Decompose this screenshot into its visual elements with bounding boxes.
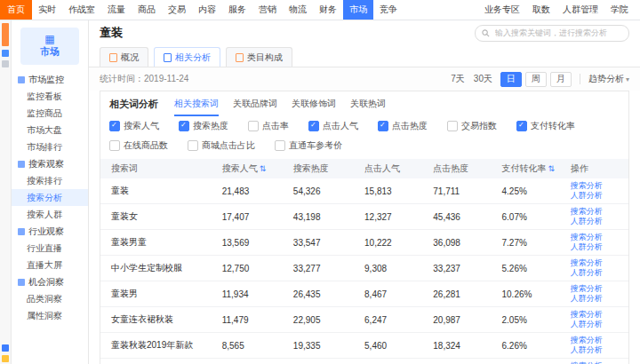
dock-bottom-blue-icon[interactable]	[2, 344, 9, 352]
actions-cell: 搜索分析人群分析	[565, 307, 628, 333]
keyword-cell: 童装	[100, 178, 217, 204]
metric-checkbox-item[interactable]: 商城点击占比	[188, 139, 255, 152]
metric-checkbox-item[interactable]: 搜索人气	[109, 120, 159, 132]
nav-item[interactable]: 实时	[32, 0, 62, 20]
sidebar-menu: 市场监控监控看板监控商品市场大盘市场排行搜索观察搜索排行搜索分析搜索人群行业观察…	[12, 71, 88, 324]
metric-checkbox-item[interactable]: 点击人气	[308, 120, 358, 132]
value-cell: 8,467	[359, 281, 428, 307]
checkbox-checked-icon[interactable]	[179, 121, 189, 131]
metric-checkbox-item[interactable]: 直通车参考价	[275, 139, 342, 152]
sidebar-item[interactable]: 市场排行	[12, 138, 88, 155]
range-button[interactable]: 7天	[448, 72, 468, 86]
value-cell: 22,905	[288, 307, 359, 333]
sort-icon[interactable]: ⇅	[548, 164, 555, 173]
keyword-searchbox[interactable]	[475, 25, 629, 42]
granularity-button[interactable]: 日	[500, 72, 522, 87]
nav-item[interactable]: 取数	[526, 0, 556, 20]
tab[interactable]: 类目构成	[226, 47, 292, 67]
nav-item[interactable]: 竞争	[373, 0, 404, 20]
sidebar-item[interactable]: 直播大屏	[12, 257, 88, 273]
home-logo[interactable]: 首页	[0, 0, 32, 20]
action-link[interactable]: 搜索分析	[571, 181, 623, 191]
search-input[interactable]	[493, 28, 622, 38]
word-subtab[interactable]: 关联品牌词	[233, 91, 277, 116]
checkbox-unchecked-icon[interactable]	[109, 140, 120, 151]
metric-checkbox-item[interactable]: 点击热度	[378, 120, 428, 132]
module-market-button[interactable]: ▦ 市场	[20, 28, 79, 65]
sidebar-item[interactable]: 市场大盘	[12, 122, 88, 138]
action-link[interactable]: 人群分析	[571, 320, 623, 329]
dock-gray-icon[interactable]	[2, 60, 9, 67]
value-cell: 12,327	[359, 204, 428, 230]
checkbox-unchecked-icon[interactable]	[275, 140, 285, 151]
search-icon	[482, 29, 490, 37]
checkbox-checked-icon[interactable]	[308, 121, 319, 131]
nav-item[interactable]: 作战室	[62, 0, 101, 20]
checkbox-unchecked-icon[interactable]	[188, 140, 198, 151]
granularity-button[interactable]: 月	[550, 72, 572, 87]
action-link[interactable]: 人群分析	[571, 294, 623, 304]
nav-item[interactable]: 营销	[252, 0, 283, 20]
sidebar-item[interactable]: 品类洞察	[12, 290, 88, 307]
nav-item[interactable]: 财务	[313, 0, 343, 20]
metric-checkbox-item[interactable]: 交易指数	[447, 120, 497, 132]
metric-checkbox-item[interactable]: 搜索热度	[179, 120, 228, 132]
sidebar-item[interactable]: 市场监控	[12, 71, 88, 88]
action-link[interactable]: 搜索分析	[571, 258, 623, 268]
nav-item[interactable]: 商品	[132, 0, 162, 20]
action-link[interactable]: 搜索分析	[571, 233, 623, 242]
tab[interactable]: 概况	[100, 47, 148, 67]
sidebar-item[interactable]: 行业直播	[12, 240, 88, 257]
action-link[interactable]: 人群分析	[571, 345, 623, 355]
sidebar-item[interactable]: 监控商品	[12, 105, 88, 122]
sidebar-item[interactable]: 搜索排行	[12, 172, 88, 189]
column-header-label: 点击热度	[433, 163, 468, 173]
nav-item[interactable]: 流量	[101, 0, 132, 20]
sidebar-item[interactable]: 属性洞察	[12, 307, 88, 324]
action-link[interactable]: 人群分析	[571, 217, 623, 226]
nav-item[interactable]: 物流	[283, 0, 313, 20]
value-cell: 6,247	[359, 307, 428, 333]
table-header-row: 搜索词搜索人气⇅搜索热度点击人气点击热度支付转化率⇅操作	[100, 159, 628, 178]
sidebar-item[interactable]: 监控看板	[12, 88, 88, 105]
metric-checkbox-item[interactable]: 在线商品数	[109, 139, 168, 152]
value-cell: 21,483	[217, 178, 288, 204]
sort-icon[interactable]: ⇅	[260, 164, 267, 173]
nav-item[interactable]: 市场	[343, 0, 373, 20]
action-link[interactable]: 搜索分析	[571, 310, 623, 320]
range-button[interactable]: 30天	[471, 72, 495, 86]
dock-blue-icon[interactable]	[2, 50, 9, 57]
action-link[interactable]: 人群分析	[571, 191, 623, 201]
checkbox-checked-icon[interactable]	[378, 121, 388, 131]
metric-checkbox-item[interactable]: 点击率	[248, 120, 289, 132]
action-link[interactable]: 人群分析	[571, 268, 623, 278]
action-link[interactable]: 搜索分析	[571, 207, 623, 217]
dock-bottom-yellow-icon[interactable]	[2, 355, 9, 362]
tab[interactable]: 相关分析	[154, 47, 220, 67]
action-link[interactable]: 搜索分析	[571, 284, 623, 294]
nav-item[interactable]: 交易	[162, 0, 192, 20]
sidebar-item[interactable]: 搜索观察	[12, 155, 88, 172]
checkbox-checked-icon[interactable]	[516, 121, 527, 131]
sidebar-item[interactable]: 行业观察	[12, 223, 88, 240]
nav-item[interactable]: 服务	[222, 0, 252, 20]
nav-item[interactable]: 学院	[604, 0, 635, 20]
metric-label: 点击热度	[392, 120, 428, 132]
action-link[interactable]: 搜索分析	[571, 336, 623, 345]
action-link[interactable]: 人群分析	[571, 242, 623, 252]
word-subtab[interactable]: 关联热词	[350, 91, 386, 116]
metric-checkbox-item[interactable]: 支付转化率	[516, 120, 575, 132]
sidebar-item[interactable]: 搜索人群	[12, 206, 88, 223]
sidebar-item[interactable]: 搜索分析	[12, 189, 88, 206]
sidebar-item[interactable]: 机会洞察	[12, 273, 88, 290]
checkbox-checked-icon[interactable]	[109, 121, 120, 131]
nav-item[interactable]: 人群管理	[556, 0, 604, 20]
trend-analysis-link[interactable]: 趋势分析 ▾	[588, 73, 629, 85]
checkbox-unchecked-icon[interactable]	[248, 121, 259, 131]
nav-item[interactable]: 业务专区	[478, 0, 526, 20]
checkbox-unchecked-icon[interactable]	[447, 121, 458, 131]
word-subtab[interactable]: 相关搜索词	[174, 91, 219, 116]
granularity-button[interactable]: 周	[525, 72, 547, 87]
word-subtab[interactable]: 关联修饰词	[292, 91, 336, 116]
nav-item[interactable]: 内容	[192, 0, 222, 20]
